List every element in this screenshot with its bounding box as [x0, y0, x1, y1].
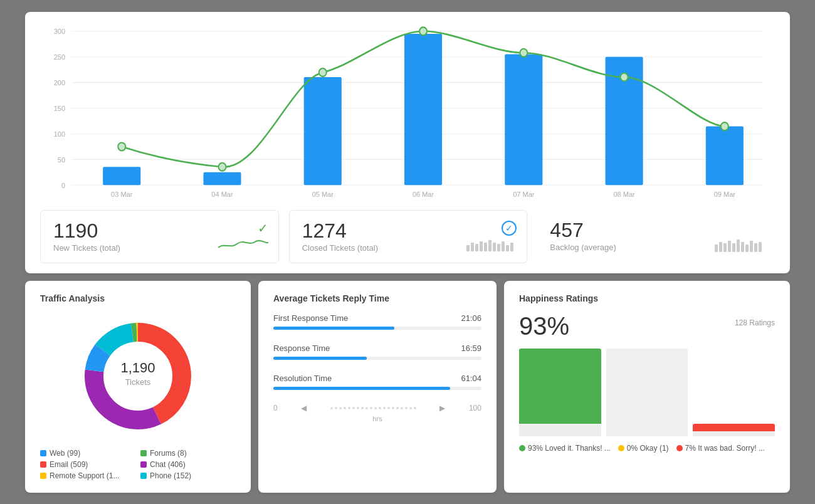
svg-rect-34	[723, 243, 727, 252]
legend-web: Web (99)	[40, 449, 135, 458]
svg-text:100: 100	[54, 130, 65, 137]
happiness-bars	[519, 349, 775, 436]
bar-09mar	[706, 126, 744, 185]
bar-06mar	[404, 34, 442, 185]
svg-rect-22	[471, 243, 474, 251]
svg-rect-33	[719, 242, 722, 252]
svg-text:200: 200	[54, 78, 65, 86]
phone-label: Phone (152)	[150, 471, 191, 480]
legend-bad: 7% It was bad. Sorry! ...	[676, 444, 765, 453]
happiness-bar-3	[693, 349, 775, 436]
svg-rect-28	[497, 244, 500, 251]
check-blue-icon: ✓	[502, 221, 517, 236]
bad-dot	[676, 445, 683, 451]
svg-rect-37	[737, 239, 740, 252]
happiness-title: Happiness Ratings	[519, 293, 775, 303]
remote-label: Remote Support (1...	[50, 471, 119, 480]
svg-rect-23	[475, 244, 478, 251]
svg-rect-40	[750, 241, 753, 252]
response-value: 16:59	[461, 344, 481, 353]
sparkline-backlog	[715, 237, 765, 255]
happiness-legend: 93% Loved it. Thanks! ... 0% Okay (1) 7%…	[519, 444, 775, 453]
top-panel: 300 250 200 150 100 50 0	[25, 12, 790, 273]
metric-resolution: Resolution Time 61:04	[273, 374, 481, 390]
svg-rect-41	[754, 243, 757, 252]
web-dot	[40, 450, 46, 456]
svg-rect-35	[728, 241, 731, 252]
svg-rect-39	[745, 244, 749, 252]
svg-text:50: 50	[58, 155, 65, 163]
scale-left-arrow: ◀	[301, 404, 307, 412]
svg-rect-25	[484, 243, 487, 251]
sparkline-closed-tickets	[466, 236, 517, 254]
happiness-bar-1	[519, 349, 601, 436]
svg-rect-26	[488, 240, 492, 251]
happiness-bar-2	[606, 349, 688, 436]
phone-dot	[140, 473, 147, 479]
svg-rect-38	[741, 242, 744, 252]
reply-panel: Average Tickets Reply Time First Respons…	[258, 281, 497, 493]
traffic-title: Traffic Analysis	[40, 293, 236, 303]
first-response-value: 21:06	[461, 313, 481, 323]
svg-text:04 Mar: 04 Mar	[211, 190, 233, 197]
forums-label: Forums (8)	[150, 449, 187, 458]
svg-text:09 Mar: 09 Mar	[714, 190, 735, 197]
stat-closed-tickets: 1274 Closed Tickets (total) ✓	[289, 210, 528, 263]
scale-right-arrow: ▶	[439, 404, 445, 412]
dot-04mar	[218, 162, 226, 171]
forums-dot	[140, 450, 147, 456]
email-dot	[40, 461, 46, 468]
svg-rect-36	[732, 243, 735, 252]
svg-text:05 Mar: 05 Mar	[312, 190, 334, 197]
bottom-row: Traffic Analysis 1,190 Tickets	[25, 281, 790, 493]
resolution-value: 61:04	[461, 374, 481, 383]
dot-08mar	[621, 73, 628, 81]
legend-loved: 93% Loved it. Thanks! ...	[519, 444, 611, 453]
remote-dot	[40, 473, 46, 479]
svg-rect-30	[506, 245, 509, 251]
legend-email: Email (509)	[40, 460, 135, 469]
happiness-panel: Happiness Ratings 93% 128 Ratings	[504, 281, 790, 493]
svg-text:250: 250	[54, 53, 65, 60]
svg-text:1,190: 1,190	[120, 360, 155, 375]
legend-phone: Phone (152)	[140, 471, 236, 480]
dot-05mar	[319, 68, 327, 76]
bar-base	[519, 424, 601, 436]
bad-label: 7% It was bad. Sorry! ...	[685, 444, 765, 453]
scale-dots	[330, 407, 416, 409]
legend-okay: 0% Okay (1)	[618, 444, 669, 453]
legend-chat: Chat (406)	[140, 460, 236, 469]
happiness-percentage: 93%	[519, 313, 569, 339]
svg-text:300: 300	[54, 27, 65, 34]
chat-label: Chat (406)	[150, 460, 186, 469]
scale-unit: hrs	[273, 415, 481, 423]
svg-rect-27	[493, 243, 496, 251]
web-label: Web (99)	[50, 449, 80, 458]
stats-row: 1190 New Tickets (total) ✓ 1274 Closed T…	[40, 210, 775, 263]
dot-07mar	[520, 48, 527, 56]
svg-rect-42	[759, 242, 762, 252]
bar-empty	[606, 349, 688, 436]
email-label: Email (509)	[50, 460, 88, 469]
svg-rect-29	[502, 241, 505, 251]
svg-text:03 Mar: 03 Mar	[111, 190, 132, 197]
okay-dot	[618, 445, 624, 451]
svg-rect-21	[466, 245, 470, 251]
first-response-fill	[273, 327, 394, 330]
stat-backlog: 457 Backlog (average)	[537, 210, 775, 263]
dashboard: 300 250 200 150 100 50 0	[25, 12, 790, 493]
traffic-panel: Traffic Analysis 1,190 Tickets	[25, 281, 251, 493]
check-green-icon: ✓	[258, 221, 268, 236]
response-fill	[273, 357, 367, 360]
ratings-count: 128 Ratings	[735, 318, 775, 327]
resolution-fill	[273, 387, 450, 390]
svg-text:0: 0	[61, 181, 65, 189]
legend-forums: Forums (8)	[140, 449, 236, 458]
response-bar	[273, 357, 481, 360]
first-response-bar	[273, 327, 481, 330]
bar-07mar	[505, 54, 542, 185]
metric-first-response: First Response Time 21:06	[273, 313, 481, 330]
legend-remote: Remote Support (1...	[40, 471, 135, 480]
svg-text:07 Mar: 07 Mar	[513, 190, 534, 197]
traffic-legend: Web (99) Forums (8) Email (509) Chat (40…	[40, 449, 236, 480]
